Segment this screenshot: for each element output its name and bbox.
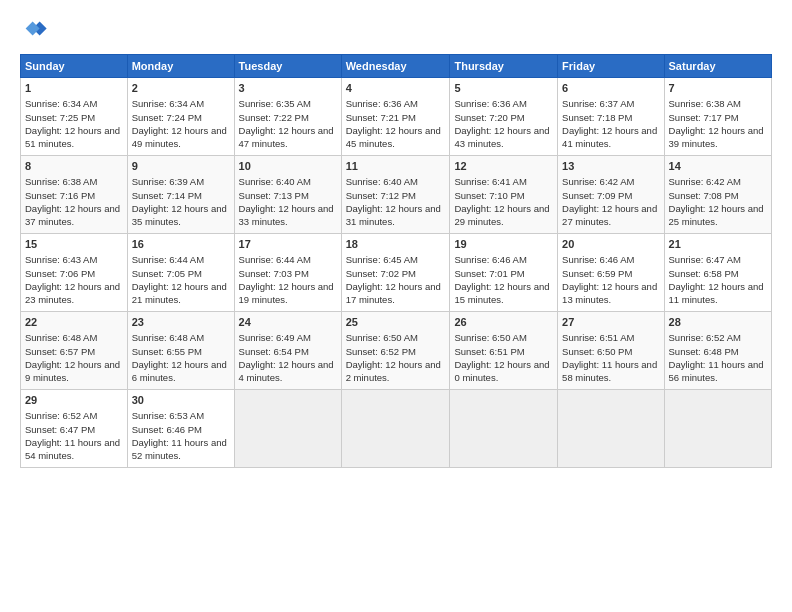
sunset-text: Sunset: 7:03 PM: [239, 268, 309, 279]
calendar-cell: [341, 390, 450, 468]
day-header-saturday: Saturday: [664, 55, 771, 78]
day-number: 4: [346, 81, 446, 96]
daylight-text: Daylight: 12 hours and 27 minutes.: [562, 203, 657, 227]
daylight-text: Daylight: 12 hours and 15 minutes.: [454, 281, 549, 305]
daylight-text: Daylight: 12 hours and 11 minutes.: [669, 281, 764, 305]
sunrise-text: Sunrise: 6:50 AM: [454, 332, 526, 343]
sunrise-text: Sunrise: 6:34 AM: [132, 98, 204, 109]
sunrise-text: Sunrise: 6:53 AM: [132, 410, 204, 421]
sunset-text: Sunset: 6:57 PM: [25, 346, 95, 357]
calendar-week-1: 1Sunrise: 6:34 AMSunset: 7:25 PMDaylight…: [21, 78, 772, 156]
sunrise-text: Sunrise: 6:46 AM: [454, 254, 526, 265]
daylight-text: Daylight: 12 hours and 13 minutes.: [562, 281, 657, 305]
sunset-text: Sunset: 6:59 PM: [562, 268, 632, 279]
sunrise-text: Sunrise: 6:36 AM: [454, 98, 526, 109]
calendar-cell: 27Sunrise: 6:51 AMSunset: 6:50 PMDayligh…: [558, 312, 664, 390]
day-number: 25: [346, 315, 446, 330]
day-number: 10: [239, 159, 337, 174]
day-number: 30: [132, 393, 230, 408]
day-number: 19: [454, 237, 553, 252]
sunset-text: Sunset: 7:13 PM: [239, 190, 309, 201]
calendar-cell: 16Sunrise: 6:44 AMSunset: 7:05 PMDayligh…: [127, 234, 234, 312]
daylight-text: Daylight: 12 hours and 43 minutes.: [454, 125, 549, 149]
sunrise-text: Sunrise: 6:52 AM: [669, 332, 741, 343]
calendar-cell: 13Sunrise: 6:42 AMSunset: 7:09 PMDayligh…: [558, 156, 664, 234]
calendar-cell: 30Sunrise: 6:53 AMSunset: 6:46 PMDayligh…: [127, 390, 234, 468]
sunrise-text: Sunrise: 6:38 AM: [669, 98, 741, 109]
calendar-cell: 4Sunrise: 6:36 AMSunset: 7:21 PMDaylight…: [341, 78, 450, 156]
day-number: 11: [346, 159, 446, 174]
sunrise-text: Sunrise: 6:47 AM: [669, 254, 741, 265]
daylight-text: Daylight: 12 hours and 49 minutes.: [132, 125, 227, 149]
day-number: 27: [562, 315, 659, 330]
calendar-cell: 29Sunrise: 6:52 AMSunset: 6:47 PMDayligh…: [21, 390, 128, 468]
calendar-cell: 19Sunrise: 6:46 AMSunset: 7:01 PMDayligh…: [450, 234, 558, 312]
sunset-text: Sunset: 7:17 PM: [669, 112, 739, 123]
calendar-cell: 17Sunrise: 6:44 AMSunset: 7:03 PMDayligh…: [234, 234, 341, 312]
daylight-text: Daylight: 12 hours and 45 minutes.: [346, 125, 441, 149]
calendar-cell: 8Sunrise: 6:38 AMSunset: 7:16 PMDaylight…: [21, 156, 128, 234]
sunset-text: Sunset: 6:51 PM: [454, 346, 524, 357]
calendar-cell: 25Sunrise: 6:50 AMSunset: 6:52 PMDayligh…: [341, 312, 450, 390]
calendar-cell: 9Sunrise: 6:39 AMSunset: 7:14 PMDaylight…: [127, 156, 234, 234]
sunset-text: Sunset: 7:02 PM: [346, 268, 416, 279]
calendar-cell: 2Sunrise: 6:34 AMSunset: 7:24 PMDaylight…: [127, 78, 234, 156]
header: [20, 16, 772, 44]
calendar-cell: [558, 390, 664, 468]
sunrise-text: Sunrise: 6:42 AM: [669, 176, 741, 187]
calendar-cell: 10Sunrise: 6:40 AMSunset: 7:13 PMDayligh…: [234, 156, 341, 234]
calendar-cell: 24Sunrise: 6:49 AMSunset: 6:54 PMDayligh…: [234, 312, 341, 390]
calendar-week-2: 8Sunrise: 6:38 AMSunset: 7:16 PMDaylight…: [21, 156, 772, 234]
day-number: 3: [239, 81, 337, 96]
calendar-cell: 5Sunrise: 6:36 AMSunset: 7:20 PMDaylight…: [450, 78, 558, 156]
sunset-text: Sunset: 6:46 PM: [132, 424, 202, 435]
calendar-cell: 21Sunrise: 6:47 AMSunset: 6:58 PMDayligh…: [664, 234, 771, 312]
calendar-cell: 3Sunrise: 6:35 AMSunset: 7:22 PMDaylight…: [234, 78, 341, 156]
day-number: 8: [25, 159, 123, 174]
sunrise-text: Sunrise: 6:44 AM: [239, 254, 311, 265]
daylight-text: Daylight: 11 hours and 56 minutes.: [669, 359, 764, 383]
sunrise-text: Sunrise: 6:36 AM: [346, 98, 418, 109]
day-number: 23: [132, 315, 230, 330]
calendar-cell: [664, 390, 771, 468]
sunrise-text: Sunrise: 6:38 AM: [25, 176, 97, 187]
day-number: 26: [454, 315, 553, 330]
day-number: 1: [25, 81, 123, 96]
day-number: 12: [454, 159, 553, 174]
day-number: 18: [346, 237, 446, 252]
day-number: 15: [25, 237, 123, 252]
daylight-text: Daylight: 12 hours and 2 minutes.: [346, 359, 441, 383]
sunrise-text: Sunrise: 6:35 AM: [239, 98, 311, 109]
day-number: 24: [239, 315, 337, 330]
sunrise-text: Sunrise: 6:48 AM: [132, 332, 204, 343]
sunset-text: Sunset: 6:52 PM: [346, 346, 416, 357]
calendar-header-row: SundayMondayTuesdayWednesdayThursdayFrid…: [21, 55, 772, 78]
sunrise-text: Sunrise: 6:34 AM: [25, 98, 97, 109]
sunrise-text: Sunrise: 6:39 AM: [132, 176, 204, 187]
calendar-week-5: 29Sunrise: 6:52 AMSunset: 6:47 PMDayligh…: [21, 390, 772, 468]
daylight-text: Daylight: 12 hours and 17 minutes.: [346, 281, 441, 305]
day-number: 7: [669, 81, 767, 96]
calendar-cell: 22Sunrise: 6:48 AMSunset: 6:57 PMDayligh…: [21, 312, 128, 390]
daylight-text: Daylight: 12 hours and 41 minutes.: [562, 125, 657, 149]
sunrise-text: Sunrise: 6:42 AM: [562, 176, 634, 187]
sunset-text: Sunset: 7:24 PM: [132, 112, 202, 123]
sunset-text: Sunset: 7:05 PM: [132, 268, 202, 279]
day-number: 20: [562, 237, 659, 252]
calendar-cell: 18Sunrise: 6:45 AMSunset: 7:02 PMDayligh…: [341, 234, 450, 312]
sunrise-text: Sunrise: 6:44 AM: [132, 254, 204, 265]
daylight-text: Daylight: 12 hours and 47 minutes.: [239, 125, 334, 149]
day-number: 16: [132, 237, 230, 252]
day-number: 2: [132, 81, 230, 96]
calendar-cell: 12Sunrise: 6:41 AMSunset: 7:10 PMDayligh…: [450, 156, 558, 234]
sunset-text: Sunset: 7:22 PM: [239, 112, 309, 123]
day-number: 14: [669, 159, 767, 174]
calendar-cell: 15Sunrise: 6:43 AMSunset: 7:06 PMDayligh…: [21, 234, 128, 312]
day-number: 5: [454, 81, 553, 96]
day-number: 13: [562, 159, 659, 174]
daylight-text: Daylight: 12 hours and 6 minutes.: [132, 359, 227, 383]
calendar-week-3: 15Sunrise: 6:43 AMSunset: 7:06 PMDayligh…: [21, 234, 772, 312]
day-header-monday: Monday: [127, 55, 234, 78]
sunrise-text: Sunrise: 6:41 AM: [454, 176, 526, 187]
daylight-text: Daylight: 12 hours and 9 minutes.: [25, 359, 120, 383]
